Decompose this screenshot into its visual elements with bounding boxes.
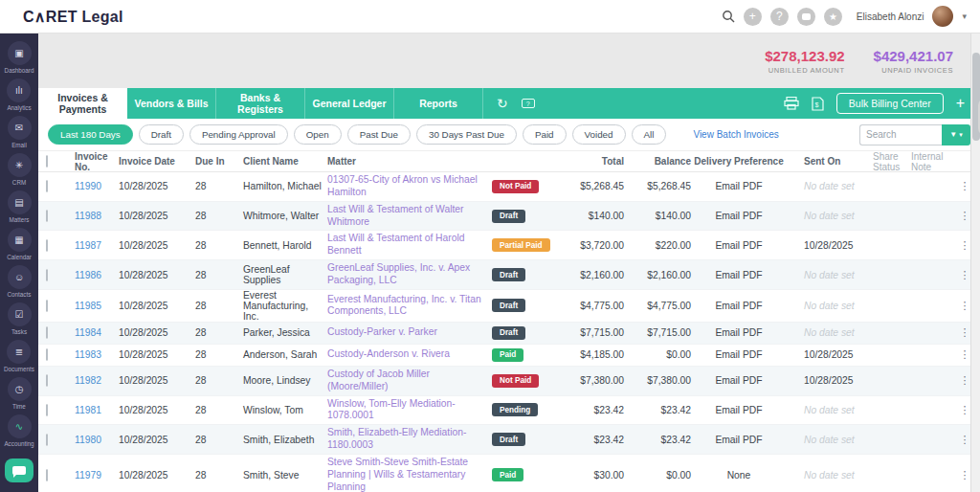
invoice-number-link[interactable]: 11984: [75, 327, 101, 338]
invoice-number-link[interactable]: 11985: [75, 301, 101, 311]
sidebar-item[interactable]: ◷ Time: [8, 377, 32, 410]
row-checkbox[interactable]: [46, 404, 48, 416]
screen-help-icon[interactable]: ?: [522, 99, 535, 108]
invoice-number-link[interactable]: 11987: [75, 240, 101, 251]
tab[interactable]: Banks & Registers: [216, 88, 305, 119]
matter-link[interactable]: Custody of Jacob Miller (Moore/Miller): [327, 367, 484, 395]
matter-link[interactable]: Steve Smith-Steve Smith-Estate Planning …: [327, 455, 484, 492]
row-menu-kebab-icon[interactable]: ⋮: [960, 348, 970, 360]
tab[interactable]: Vendors & Bills: [127, 88, 216, 119]
row-checkbox[interactable]: [46, 326, 48, 339]
row-menu-kebab-icon[interactable]: ⋮: [960, 326, 970, 338]
row-checkbox[interactable]: [46, 239, 48, 252]
help-icon[interactable]: ?: [770, 8, 789, 26]
row-checkbox[interactable]: [46, 434, 48, 446]
filter-chip[interactable]: Past Due: [347, 124, 411, 145]
matter-link[interactable]: Everest Manufacturing, Inc. v. Titan Com…: [327, 292, 484, 321]
filter-chip[interactable]: Draft: [139, 124, 184, 145]
row-checkbox[interactable]: [46, 180, 48, 192]
filter-chip[interactable]: Last 180 Days: [48, 124, 133, 145]
row-checkbox[interactable]: [46, 269, 48, 281]
user-menu-caret-icon[interactable]: ▾: [962, 11, 967, 21]
row-menu-kebab-icon[interactable]: ⋮: [960, 300, 970, 311]
row-menu-kebab-icon[interactable]: ⋮: [960, 434, 970, 445]
tab[interactable]: General Ledger: [305, 88, 394, 119]
filter-chip[interactable]: 30 Days Past Due: [416, 124, 517, 145]
delivery-preference: Email PDF: [691, 435, 787, 445]
filter-funnel-button[interactable]: ▼▾: [942, 124, 970, 145]
refresh-icon[interactable]: ↻: [497, 96, 508, 111]
matter-link[interactable]: Last Will & Testament of Walter Whitmore: [327, 202, 484, 231]
unpaid-summary[interactable]: $429,421.07 UNPAID INVOICES: [874, 48, 953, 75]
row-menu-kebab-icon[interactable]: ⋮: [960, 469, 970, 481]
col-delivery-preference[interactable]: Delivery Preference: [691, 156, 787, 167]
col-invoice-no[interactable]: Invoice No.: [75, 151, 119, 172]
sidebar-item[interactable]: ▦ Calendar: [7, 228, 32, 260]
col-sent-on[interactable]: Sent On: [787, 156, 873, 167]
col-invoice-date[interactable]: Invoice Date: [119, 156, 195, 167]
tab[interactable]: Invoices & Payments: [38, 88, 127, 119]
row-menu-kebab-icon[interactable]: ⋮: [960, 239, 970, 251]
invoice-number-link[interactable]: 11986: [75, 270, 101, 280]
sidebar-item[interactable]: ☺ Contacts: [8, 265, 32, 298]
row-checkbox[interactable]: [46, 348, 48, 361]
sidebar-item[interactable]: ≣ Documents: [4, 340, 34, 372]
support-chat-button[interactable]: [5, 458, 33, 482]
col-balance[interactable]: Balance: [624, 156, 691, 167]
col-total[interactable]: Total: [565, 156, 624, 167]
sidebar-item[interactable]: ▣ Dashboard: [5, 41, 34, 74]
row-checkbox[interactable]: [46, 374, 48, 387]
invoice-number-link[interactable]: 11983: [75, 349, 101, 360]
col-due-in[interactable]: Due In: [195, 156, 243, 167]
row-checkbox[interactable]: [46, 210, 48, 222]
select-all-checkbox[interactable]: [46, 155, 48, 168]
invoice-number-link[interactable]: 11990: [75, 181, 101, 191]
sidebar-item[interactable]: ılı Analytics: [7, 78, 31, 111]
billing-document-icon[interactable]: $: [812, 97, 824, 111]
sidebar-item[interactable]: ☑ Tasks: [8, 302, 32, 335]
row-checkbox[interactable]: [46, 300, 48, 312]
matter-link[interactable]: 01307-65-City of Akron vs Michael Hamilt…: [327, 172, 484, 201]
col-client-name[interactable]: Client Name: [243, 156, 327, 167]
new-invoice-plus-icon[interactable]: +: [956, 95, 965, 112]
filter-chip[interactable]: Voided: [572, 124, 626, 145]
invoice-number-link[interactable]: 11982: [75, 375, 101, 386]
row-menu-kebab-icon[interactable]: ⋮: [960, 404, 970, 415]
invoice-number-link[interactable]: 11979: [75, 470, 101, 481]
invoice-number-link[interactable]: 11980: [75, 435, 101, 445]
bulk-billing-center-button[interactable]: Bulk Billing Center: [836, 93, 944, 114]
sidebar-item[interactable]: ▤ Matters: [8, 190, 32, 223]
matter-link[interactable]: GreenLeaf Supplies, Inc. v. Apex Packagi…: [327, 260, 484, 289]
print-icon[interactable]: [784, 97, 799, 110]
search-icon[interactable]: [722, 10, 735, 23]
sidebar-item[interactable]: ∿ Accounting: [4, 414, 33, 447]
sidebar-item[interactable]: ✳ CRM: [8, 153, 32, 186]
unbilled-summary[interactable]: $278,123.92 UNBILLED AMOUNT: [765, 48, 844, 75]
matter-link[interactable]: Winslow, Tom-Elly Mediation-1078.0001: [327, 396, 484, 425]
invoice-number-link[interactable]: 11981: [75, 405, 101, 415]
sidebar-item[interactable]: ✉ Email: [8, 116, 32, 148]
filter-chip[interactable]: All: [632, 124, 667, 145]
add-icon[interactable]: +: [744, 8, 762, 26]
col-matter[interactable]: Matter: [327, 156, 492, 167]
chat-icon[interactable]: [797, 8, 815, 26]
avatar[interactable]: [932, 6, 953, 27]
row-menu-kebab-icon[interactable]: ⋮: [960, 210, 970, 221]
filter-chip[interactable]: Pending Approval: [189, 124, 288, 145]
view-batch-invoices-link[interactable]: View Batch Invoices: [693, 129, 778, 140]
favorites-icon[interactable]: ★: [824, 8, 842, 26]
row-menu-kebab-icon[interactable]: ⋮: [960, 374, 970, 386]
search-input[interactable]: [859, 124, 942, 145]
status-badge: Paid: [492, 468, 523, 481]
matter-link[interactable]: Last Will & Testament of Harold Bennett: [327, 231, 484, 259]
matter-link[interactable]: Custody-Anderson v. Rivera: [327, 347, 450, 363]
row-menu-kebab-icon[interactable]: ⋮: [960, 269, 970, 280]
matter-link[interactable]: Custody-Parker v. Parker: [327, 324, 437, 341]
matter-link[interactable]: Smith, Elizabeth-Elly Mediation-1180.000…: [327, 425, 484, 454]
tab[interactable]: Reports: [394, 88, 483, 119]
filter-chip[interactable]: Paid: [523, 124, 567, 145]
filter-chip[interactable]: Open: [294, 124, 342, 145]
invoice-number-link[interactable]: 11988: [75, 211, 101, 221]
row-checkbox[interactable]: [46, 469, 48, 481]
row-menu-kebab-icon[interactable]: ⋮: [960, 180, 970, 191]
